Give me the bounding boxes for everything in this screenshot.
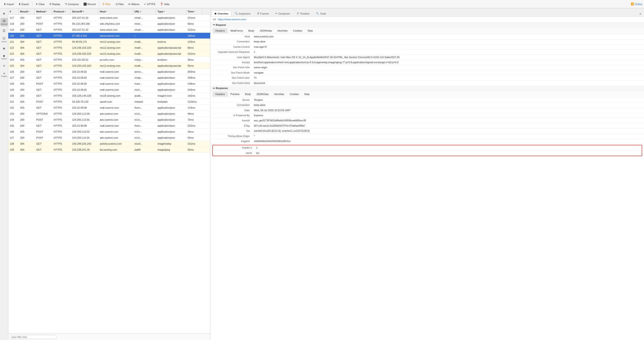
record-button[interactable]: ⬛ Record — [82, 2, 98, 6]
sidebar-item-list[interactable]: ☰ — [0, 27, 8, 35]
td-protocol: HTTPS — [52, 87, 71, 93]
prop-key: Accept — [210, 60, 252, 64]
sidebar-item-top[interactable]: ▲ — [0, 9, 8, 17]
td-num: 122 — [8, 45, 19, 50]
sidebar-item-menu[interactable]: ≡ — [0, 62, 8, 70]
td-protocol: HTTPS — [52, 111, 71, 117]
files-button[interactable]: ⊙ Files — [114, 2, 126, 6]
list-icon: ☰ — [2, 29, 6, 33]
table-row[interactable]: 130 200 GET HTTPS 150.138.144.228 res18.… — [8, 93, 210, 99]
request-sub-tab[interactable]: Raw — [305, 28, 315, 33]
prop-row: Accept text/html,application/xhtml+xml,a… — [210, 60, 644, 65]
col-header-type[interactable]: Type ▾ — [156, 8, 186, 14]
td-method: GET — [35, 15, 52, 20]
tab-overview[interactable]: ◉ Overview — [211, 10, 231, 16]
col-header-time[interactable]: Time ▾ — [186, 8, 202, 14]
table-row[interactable]: 137 200 POST HTTPS 124.250.113.91 ads.xu… — [8, 135, 210, 141]
tab-timeline[interactable]: ⏱ Timeline — [294, 11, 312, 16]
col-header-host[interactable]: Host ▾ — [98, 8, 133, 14]
td-type: text/json — [156, 57, 186, 62]
col-header-serverip[interactable]: ServerIP ▾ — [71, 8, 98, 14]
td-type: application/json — [156, 15, 186, 20]
td-type: text/plain — [156, 99, 186, 105]
table-row[interactable]: 121 304 GET HTTPS 59.49.93.172 res12.xes… — [8, 39, 210, 45]
table-row[interactable]: 134 200 POST HTTPS 124.250.113.91 ads.xu… — [8, 117, 210, 123]
col-header-url[interactable]: URL ▾ — [133, 8, 156, 14]
clear-button[interactable]: ✕ Clear — [34, 2, 46, 6]
td-url: /mall/... — [133, 45, 156, 50]
response-sub-tab[interactable]: HexView — [272, 92, 287, 96]
request-sub-tab[interactable]: JSONView — [257, 28, 274, 33]
tab-composer[interactable]: ✏ Composer — [272, 10, 293, 16]
table-row[interactable]: 118 200 POST HTTPS 59.110.244.186 wiki.z… — [8, 21, 210, 27]
request-sub-tab[interactable]: HexView — [275, 28, 290, 33]
response-sub-tab[interactable]: JSONView — [254, 92, 271, 96]
td-url: /v1/s... — [133, 117, 156, 123]
sidebar-item-diamond[interactable]: ◈ — [0, 44, 8, 53]
prop-val: document — [252, 81, 644, 86]
response-sub-tab[interactable]: Body — [242, 92, 254, 96]
table-row[interactable]: 126 200 GET HTTPS 103.15.99.82 mall.xuee… — [8, 69, 210, 75]
table-row[interactable]: 132 200 GET HTTPS 103.15.99.86 mall.xuee… — [8, 105, 210, 111]
table-row[interactable]: 131 204 POST HTTPS 34.226.70.133 savefr.… — [8, 99, 210, 105]
td-num: 136 — [8, 129, 19, 135]
col-header-num[interactable]: # — [8, 8, 19, 14]
response-sub-tab[interactable]: Preview — [228, 92, 242, 96]
compose-button[interactable]: ✎ Compose — [63, 2, 80, 6]
response-sub-tab[interactable]: Headers — [213, 92, 228, 96]
prop-val: cache6.l2nu20-2[121,0], vcache11.cn2227[… — [252, 129, 644, 133]
weinre-button[interactable]: ⊳ Weinre — [126, 2, 141, 6]
col-header-result[interactable]: Result ▾ — [19, 8, 35, 14]
request-sub-tab[interactable]: Headers — [213, 28, 228, 33]
td-protocol: HTTPS — [52, 141, 71, 147]
filter-input[interactable] — [10, 335, 56, 339]
table-row[interactable]: 117 200 GET HTTPS 203.107.41.32 www.sobo… — [8, 15, 210, 21]
sidebar-item-plugins[interactable]: ⊕ Plugins — [0, 71, 8, 79]
table-row[interactable]: 139 304 GET HTTPS 124.238.241.35 bw.xesi… — [8, 147, 210, 153]
sidebar-item-values[interactable]: ⬟ Values — [0, 53, 8, 61]
tab-frames[interactable]: ☰ Frames — [254, 10, 272, 16]
import-button[interactable]: ⬆ Import — [2, 2, 16, 6]
sidebar-item-label: Values — [2, 58, 7, 60]
table-row[interactable]: 129 200 GET HTTPS 103.15.99.82 mall.xuee… — [8, 87, 210, 93]
table-row[interactable]: 120 304 GET HTTPS 27.185.4.242 www.xueer… — [8, 33, 210, 39]
https-button[interactable]: ✓ HTTPS — [142, 2, 157, 6]
export-button[interactable]: ⬇ Export — [17, 2, 31, 6]
td-method: POST — [35, 129, 52, 135]
table-row[interactable]: 119 200 GET HTTPS 203.107.41.32 www.sobo… — [8, 27, 210, 33]
prop-key: Sec-Fetch-Site — [210, 65, 252, 69]
td-num: 132 — [8, 105, 19, 111]
table-row[interactable]: 128 200 POST HTTPS 103.15.99.82 mall.xue… — [8, 81, 210, 87]
td-protocol: HTTPS — [52, 33, 71, 38]
tab-inspectors[interactable]: 🔍 Inspectors — [232, 10, 254, 16]
replay-button[interactable]: ↺ Replay — [47, 2, 62, 6]
table-row[interactable]: 136 200 POST HTTPS 124.250.113.91 ads.xu… — [8, 129, 210, 135]
table-row[interactable]: 123 304 GET HTTPS 124.239.163.220 res12.… — [8, 51, 210, 57]
response-sub-tab[interactable]: Cookies — [287, 92, 302, 96]
response-section-header: ⬅ Response — [210, 86, 644, 91]
table-row[interactable]: 124 200 GET HTTPS 220.181.90.52 pv.sohu.… — [8, 57, 210, 63]
export-icon: ⬇ — [18, 2, 21, 6]
request-sub-tab[interactable]: WebForms — [228, 28, 246, 33]
col-header-method[interactable]: Method ▾ — [35, 8, 52, 14]
filter-button[interactable]: ⊽ Filter — [100, 2, 112, 6]
request-sub-tab[interactable]: Body — [246, 28, 257, 33]
td-num: 123 — [8, 51, 19, 56]
col-header-protocol[interactable]: Protocol ▾ — [52, 8, 71, 14]
rules-icon: ☑ — [2, 36, 6, 40]
response-sub-tab[interactable]: Raw — [302, 92, 312, 96]
table-row[interactable]: 138 304 GET HTTPS 140.249.226.243 activi… — [8, 141, 210, 147]
table-row[interactable]: 125 304 GET HTTPS 124.239.163.220 res12.… — [8, 63, 210, 69]
table-row[interactable]: 133 200 OPTIONS HTTPS 124.250.113.90 ads… — [8, 111, 210, 117]
sidebar-item-network[interactable]: ⊞ Network — [0, 18, 8, 26]
td-method: GET — [35, 141, 52, 147]
request-sub-tab[interactable]: Cookies — [290, 28, 305, 33]
more-tabs-button[interactable]: » — [638, 11, 643, 16]
help-button[interactable]: ❓ Help — [158, 2, 171, 6]
prop-val: navigate — [252, 70, 644, 75]
sidebar-item-rules[interactable]: ☑ Rules — [0, 35, 8, 44]
table-row[interactable]: 135 200 GET HTTPS 103.15.99.86 mall.xuee… — [8, 123, 210, 129]
table-row[interactable]: 127 200 GET HTTPS 103.15.99.82 mall.xuee… — [8, 75, 210, 81]
tab-tools[interactable]: 🔧 Tools — [313, 10, 329, 16]
table-row[interactable]: 122 304 GET HTTPS 124.239.163.220 res12.… — [8, 45, 210, 51]
